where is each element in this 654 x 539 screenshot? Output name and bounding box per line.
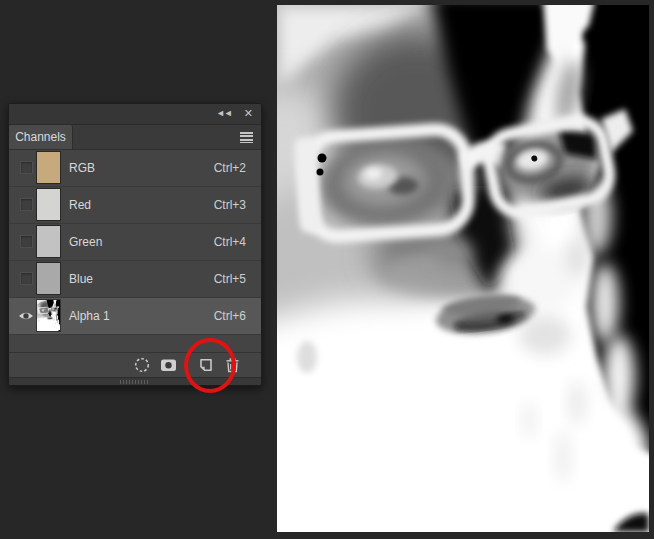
channel-shortcut: Ctrl+3: [214, 198, 261, 212]
tab-channels[interactable]: Channels: [9, 125, 73, 149]
create-new-channel-button[interactable]: [193, 354, 219, 376]
channel-thumbnail: [37, 263, 60, 294]
channel-thumbnail: [37, 300, 60, 331]
visibility-toggle[interactable]: [15, 198, 37, 211]
channel-name: Blue: [69, 272, 214, 286]
eye-icon: [18, 311, 34, 321]
channel-thumbnail: [37, 189, 60, 220]
channel-shortcut: Ctrl+2: [214, 161, 261, 175]
collapse-panel-icon[interactable]: ◄◄: [216, 109, 232, 118]
visibility-toggle[interactable]: [15, 272, 37, 285]
panel-resize-bar[interactable]: [9, 377, 261, 385]
load-channel-as-selection-button[interactable]: [129, 354, 155, 376]
trash-icon: [225, 357, 240, 373]
channel-thumbnail: [37, 152, 60, 183]
channel-name: Alpha 1: [69, 309, 214, 323]
new-channel-icon: [198, 357, 214, 373]
visibility-toggle[interactable]: [15, 161, 37, 174]
panel-tabbar: Channels: [9, 125, 261, 150]
document-canvas-alpha-preview[interactable]: [277, 5, 649, 532]
delete-channel-button[interactable]: [219, 354, 245, 376]
eye-well: [20, 161, 33, 174]
panel-menu-icon[interactable]: [240, 132, 253, 143]
mask-icon: [160, 357, 177, 373]
channels-panel: ◄◄ ✕ Channels RGB Ctrl+2 Red Ctrl+3 Gree…: [8, 103, 262, 386]
visibility-toggle[interactable]: [15, 235, 37, 248]
save-selection-as-channel-button[interactable]: [155, 354, 181, 376]
channel-row-red[interactable]: Red Ctrl+3: [9, 187, 261, 224]
close-panel-icon[interactable]: ✕: [244, 108, 252, 119]
channel-shortcut: Ctrl+6: [214, 309, 261, 323]
panel-titlebar: ◄◄ ✕: [9, 104, 261, 125]
channel-list: RGB Ctrl+2 Red Ctrl+3 Green Ctrl+4 Blue …: [9, 150, 261, 335]
channel-row-blue[interactable]: Blue Ctrl+5: [9, 261, 261, 298]
eye-well: [20, 235, 33, 248]
alpha-channel-image: [277, 5, 649, 532]
panel-toolbar: [9, 352, 261, 377]
channel-list-empty-area: [9, 335, 261, 353]
channel-shortcut: Ctrl+4: [214, 235, 261, 249]
channel-name: RGB: [69, 161, 214, 175]
channel-name: Red: [69, 198, 214, 212]
channel-thumbnail: [37, 226, 60, 257]
dashed-selection-icon: [134, 357, 150, 373]
channel-name: Green: [69, 235, 214, 249]
eye-well: [20, 272, 33, 285]
resize-grip[interactable]: [120, 380, 150, 384]
visibility-toggle[interactable]: [15, 311, 37, 321]
channel-shortcut: Ctrl+5: [214, 272, 261, 286]
channel-row-green[interactable]: Green Ctrl+4: [9, 224, 261, 261]
channel-row-rgb[interactable]: RGB Ctrl+2: [9, 150, 261, 187]
eye-well: [20, 198, 33, 211]
channel-row-alpha-1[interactable]: Alpha 1 Ctrl+6: [9, 298, 261, 335]
